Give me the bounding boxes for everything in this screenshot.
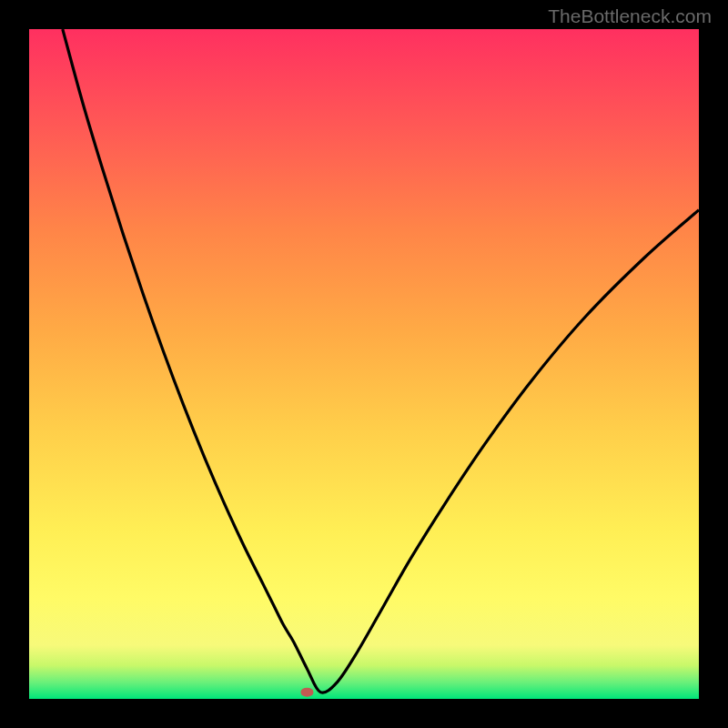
watermark-text: TheBottleneck.com xyxy=(548,5,712,27)
chart-svg xyxy=(29,29,699,699)
chart-plot-area xyxy=(29,29,699,699)
optimum-marker xyxy=(300,688,313,697)
gradient-background xyxy=(29,29,699,699)
